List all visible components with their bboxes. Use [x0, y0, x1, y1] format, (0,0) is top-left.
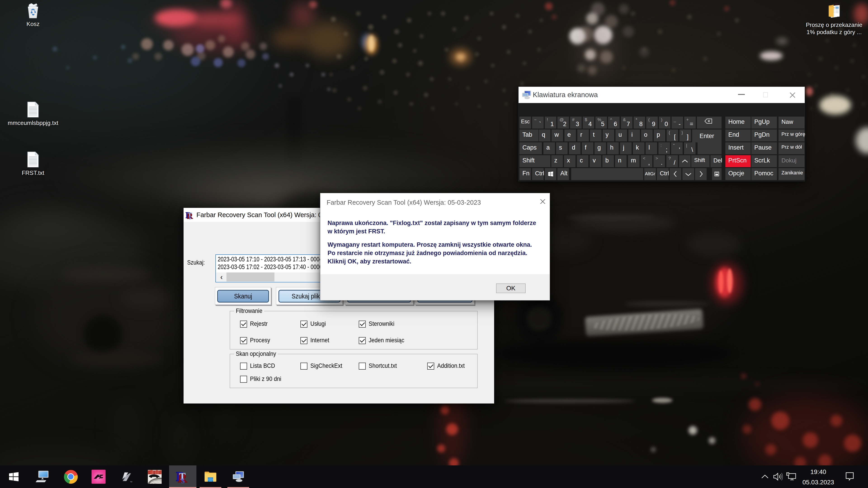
svg-text:S: S [189, 215, 191, 220]
svg-text:S: S [181, 477, 185, 484]
svg-text:TM: TM [130, 481, 132, 483]
